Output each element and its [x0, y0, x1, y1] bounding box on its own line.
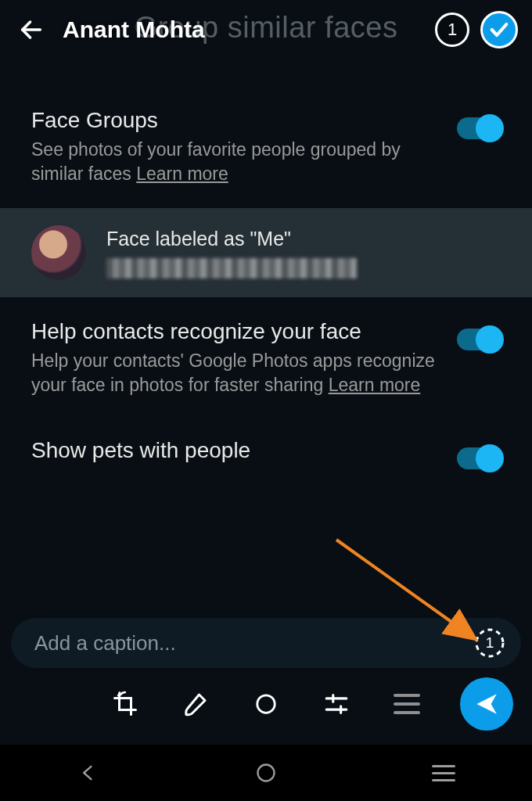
- brush-icon: [182, 690, 210, 718]
- send-icon: [475, 692, 498, 716]
- redacted-email: [106, 258, 357, 278]
- crop-rotate-button[interactable]: [106, 685, 144, 723]
- caption-input[interactable]: Add a caption...: [34, 631, 474, 656]
- edit-toolbar: [0, 673, 532, 735]
- shape-button[interactable]: [247, 685, 285, 723]
- circle-outline-icon: [255, 762, 277, 784]
- system-recents-button[interactable]: [428, 757, 459, 788]
- view-once-toggle[interactable]: 1: [474, 627, 505, 659]
- svg-point-9: [257, 765, 274, 781]
- recipient-name[interactable]: Anant Mohta: [63, 16, 205, 43]
- setting-face-groups: Face Groups See photos of your favorite …: [31, 94, 501, 200]
- menu-icon: [432, 765, 455, 781]
- more-button[interactable]: [388, 685, 426, 723]
- check-icon: [488, 19, 510, 41]
- back-button[interactable]: [14, 13, 49, 47]
- me-face-card[interactable]: Face labeled as "Me": [0, 208, 532, 297]
- setting-show-pets: Show pets with people: [31, 411, 501, 483]
- setting-help-contacts: Help contacts recognize your face Help y…: [31, 305, 501, 411]
- setting-description: See photos of your favorite people group…: [31, 138, 441, 186]
- adjust-button[interactable]: [318, 685, 355, 723]
- setting-title: Show pets with people: [31, 438, 441, 463]
- arrow-left-icon: [18, 16, 45, 43]
- me-face-label: Face labeled as "Me": [106, 228, 357, 250]
- chevron-left-icon: [77, 762, 99, 784]
- setting-title: Help contacts recognize your face: [31, 319, 441, 344]
- caption-bar: Add a caption... 1: [11, 618, 521, 668]
- view-once-count: 1: [486, 634, 494, 652]
- help-contacts-toggle[interactable]: [457, 329, 501, 350]
- learn-more-link[interactable]: Learn more: [329, 375, 421, 395]
- avatar: [31, 225, 86, 280]
- setting-description: Help your contacts' Google Photos apps r…: [31, 349, 441, 397]
- system-nav-bar: [0, 745, 532, 801]
- send-button[interactable]: [460, 677, 513, 731]
- face-groups-toggle[interactable]: [457, 117, 501, 139]
- selection-count-badge[interactable]: 1: [435, 13, 469, 47]
- crop-rotate-icon: [111, 690, 139, 718]
- circle-icon: [254, 692, 278, 716]
- system-home-button[interactable]: [250, 757, 282, 788]
- confirm-button[interactable]: [480, 11, 518, 48]
- sliders-icon: [323, 691, 350, 717]
- learn-more-link[interactable]: Learn more: [136, 163, 228, 184]
- share-top-bar: Anant Mohta 1: [0, 0, 532, 59]
- svg-point-4: [257, 695, 275, 713]
- pets-toggle[interactable]: [457, 447, 501, 469]
- draw-button[interactable]: [177, 685, 214, 723]
- system-back-button[interactable]: [73, 757, 104, 788]
- menu-icon: [394, 694, 420, 714]
- setting-title: Face Groups: [31, 108, 441, 133]
